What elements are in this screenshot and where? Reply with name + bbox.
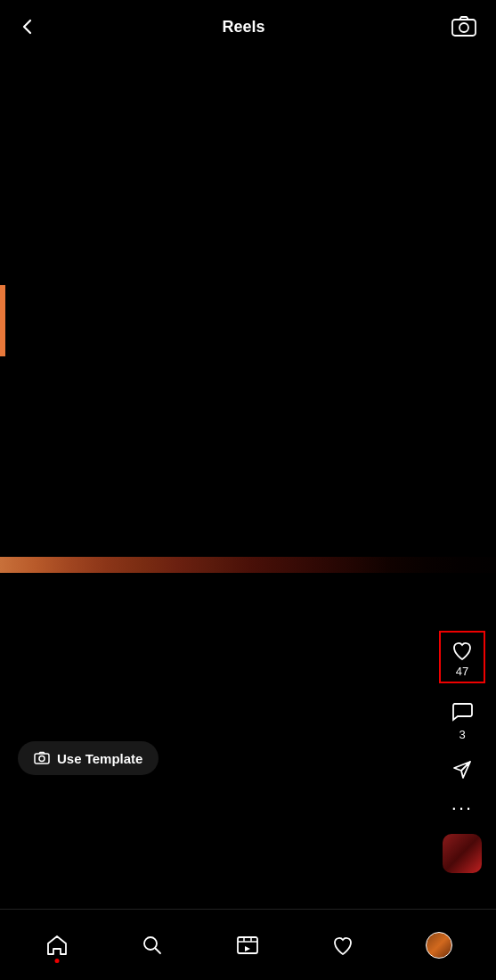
nav-search[interactable] bbox=[129, 926, 175, 965]
heart-icon bbox=[450, 638, 475, 663]
action-buttons: 47 3 ··· bbox=[439, 631, 485, 873]
video-content bbox=[0, 0, 496, 927]
comment-icon bbox=[450, 699, 475, 724]
like-button[interactable]: 47 bbox=[439, 631, 485, 683]
svg-rect-2 bbox=[35, 754, 49, 764]
search-icon bbox=[140, 933, 165, 958]
video-area bbox=[0, 0, 496, 927]
reels-icon bbox=[235, 933, 260, 958]
home-icon bbox=[45, 933, 69, 958]
nav-heart[interactable] bbox=[320, 926, 366, 965]
svg-rect-0 bbox=[452, 20, 476, 36]
like-count: 47 bbox=[456, 665, 468, 678]
more-button[interactable]: ··· bbox=[451, 798, 473, 818]
svg-point-1 bbox=[459, 23, 468, 32]
nav-profile[interactable] bbox=[415, 925, 463, 966]
svg-point-3 bbox=[39, 756, 45, 762]
left-accent-strip bbox=[0, 285, 5, 356]
page-title: Reels bbox=[222, 18, 264, 37]
nav-home[interactable] bbox=[34, 926, 80, 965]
profile-avatar bbox=[426, 932, 452, 959]
comment-count: 3 bbox=[459, 728, 465, 741]
warm-color-strip bbox=[0, 557, 496, 573]
back-button[interactable] bbox=[18, 17, 37, 37]
use-template-button[interactable]: Use Template bbox=[18, 741, 159, 775]
camera-button[interactable] bbox=[450, 12, 478, 41]
bottom-nav bbox=[0, 909, 496, 980]
comment-button[interactable]: 3 bbox=[450, 699, 475, 741]
nav-reels[interactable] bbox=[224, 926, 271, 965]
camera-small-icon bbox=[34, 750, 50, 766]
heart-nav-icon bbox=[330, 933, 355, 958]
send-icon bbox=[450, 757, 475, 782]
svg-rect-5 bbox=[238, 937, 257, 953]
header: Reels bbox=[0, 0, 496, 53]
more-icon: ··· bbox=[451, 798, 473, 818]
use-template-label: Use Template bbox=[57, 751, 142, 766]
home-active-dot bbox=[54, 959, 59, 963]
share-button[interactable] bbox=[450, 757, 475, 782]
profile-thumbnail[interactable] bbox=[443, 834, 482, 873]
